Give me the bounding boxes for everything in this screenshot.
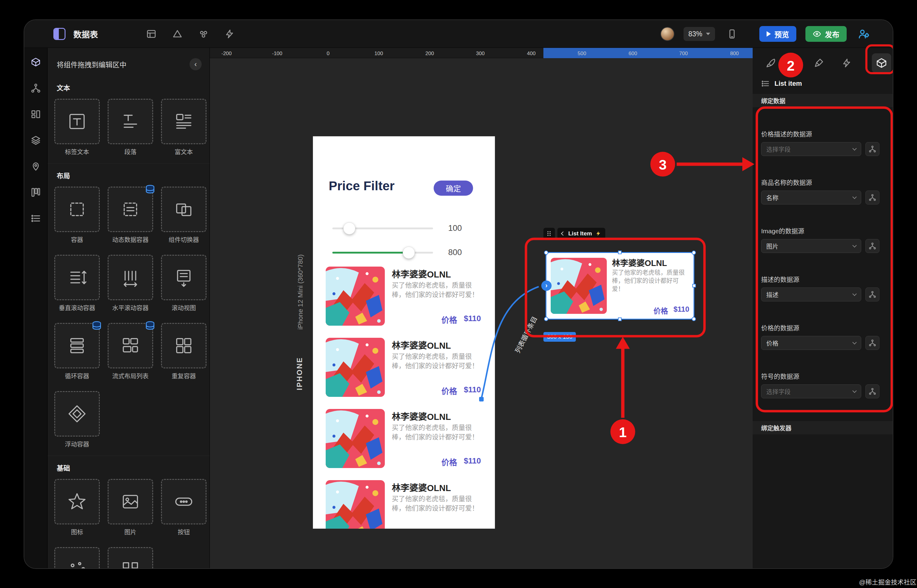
selected-price-value[interactable]: $110: [674, 305, 689, 316]
container-icon: [66, 199, 87, 220]
symbol-source-select[interactable]: 选择字段: [761, 384, 861, 398]
price-value: $110: [464, 314, 481, 325]
publish-button[interactable]: 发布: [805, 26, 847, 42]
component-tile-scroll-view[interactable]: 滚动视图: [161, 255, 206, 312]
product-card[interactable]: 林李婆婆OLNL 买了他家的老虎毯，质量很棒，他们家的设计都好可爱！ 价格$11…: [326, 338, 482, 397]
sheet-table-icon[interactable]: [143, 26, 159, 42]
component-tile-dynamic-data-container[interactable]: 动态数据容器: [108, 187, 153, 244]
component-tile-rich-text[interactable]: 富文本: [161, 99, 206, 156]
drag-handle-icon[interactable]: [543, 228, 555, 239]
paragraph-icon: [120, 111, 141, 132]
component-tile-container[interactable]: 容器: [54, 187, 100, 244]
selected-item-breadcrumb[interactable]: List Item: [557, 228, 605, 239]
resize-handle[interactable]: [692, 317, 696, 321]
slider-max-handle[interactable]: [403, 247, 415, 259]
device-size-label: iPhone 12 Mini (360*780): [296, 212, 305, 330]
field-symbol-source: 符号的数据源 选择字段: [761, 372, 886, 398]
user-avatar[interactable]: [661, 27, 674, 41]
selected-item-image[interactable]: [551, 258, 607, 314]
confirm-button[interactable]: 确定: [434, 181, 473, 196]
component-tile-flow-list[interactable]: 流式布局列表: [108, 323, 153, 380]
h-scroll-container-icon: [120, 267, 141, 288]
component-tile-component-switcher[interactable]: 组件切换器: [161, 187, 206, 244]
component-tile-paragraph[interactable]: 段落: [108, 99, 153, 156]
layout-blocks-icon[interactable]: [31, 109, 41, 120]
pin-icon[interactable]: [31, 161, 41, 171]
component-tile-icon[interactable]: 图标: [54, 479, 100, 536]
account-settings-icon[interactable]: [856, 26, 872, 42]
selection-size-label: 300 x 130: [543, 332, 576, 342]
resize-handle[interactable]: [692, 284, 696, 288]
resize-handle[interactable]: [544, 250, 548, 255]
component-tile-float-container[interactable]: 浮动容器: [54, 391, 100, 448]
bind-flow-button[interactable]: [865, 191, 880, 205]
selected-list-item[interactable]: 林李婆婆OLNL 买了他家的老虎毯，质量很棒，他们家的设计都好可爱！ 价格$11…: [546, 253, 693, 319]
component-tile-image[interactable]: 图片: [108, 479, 153, 536]
ruler-tick: 0: [327, 50, 329, 57]
selected-item-title[interactable]: 林李婆婆OLNL: [612, 257, 667, 268]
play-icon: [766, 31, 771, 37]
zap-icon[interactable]: [222, 26, 237, 42]
chevron-down-icon: [852, 340, 857, 344]
component-tile-repeat-container[interactable]: 重复容器: [161, 323, 206, 380]
database-badge-icon: [144, 184, 156, 195]
bind-flow-button[interactable]: [865, 384, 880, 398]
price-source-select[interactable]: 价格: [761, 336, 861, 350]
left-icon-strip: [24, 48, 48, 568]
resize-handle[interactable]: [618, 250, 622, 254]
component-tile-loop-container[interactable]: 循环容器: [54, 323, 100, 380]
bind-flow-button[interactable]: [865, 336, 880, 350]
watermark: @稀土掘金技术社区: [859, 577, 916, 586]
tree-icon[interactable]: [31, 83, 41, 93]
price-desc-source-select[interactable]: 选择字段: [761, 142, 861, 156]
binding-node-icon[interactable]: ›: [541, 281, 552, 291]
bind-flow-button[interactable]: [865, 142, 880, 156]
resize-handle[interactable]: [544, 317, 548, 321]
collapse-panel-button[interactable]: ‹: [190, 58, 202, 70]
ruler: -200 -100 0 100 200 300 400 500 600 700 …: [210, 48, 753, 58]
product-card[interactable]: 林李婆婆OLNL 买了他家的老虎毯，质量很棒，他们家的设计都好可爱！ 价格$11…: [326, 409, 482, 468]
bind-flow-button[interactable]: [865, 239, 880, 253]
prism-icon[interactable]: [170, 26, 185, 42]
widgets-icon[interactable]: [31, 57, 41, 67]
product-name-source-select[interactable]: 名称: [761, 191, 861, 205]
price-label: 价格: [442, 456, 457, 467]
component-tile-label-text[interactable]: 标签文本: [54, 99, 100, 156]
app-logo-icon[interactable]: [53, 28, 65, 40]
desc-source-select[interactable]: 描述: [761, 288, 861, 301]
selected-price-label[interactable]: 价格: [653, 305, 668, 316]
data-binding-tab[interactable]: [872, 53, 891, 73]
section-title-text: 文本: [48, 76, 209, 94]
image-source-select[interactable]: 图片: [761, 239, 861, 253]
selected-item-desc[interactable]: 买了他家的老虎毯，质量很棒，他们家的设计都好可爱！: [612, 269, 689, 293]
phone-artboard[interactable]: Price Filter 确定 100 800 林李婆婆OLNL 买了他家的老虎…: [313, 136, 495, 528]
ruler-tick: 100: [374, 50, 383, 57]
preview-button[interactable]: 预览: [759, 26, 796, 42]
component-tile-h-scroll[interactable]: 水平滚动容器: [108, 255, 153, 312]
board-icon[interactable]: [31, 187, 41, 197]
product-card[interactable]: 林李婆婆OLNL 买了他家的老虎毯，质量很棒，他们家的设计都好可爱！ 价格$11…: [326, 480, 482, 528]
style-brush-icon[interactable]: [764, 57, 778, 69]
resize-handle[interactable]: [618, 317, 622, 321]
list-icon[interactable]: [31, 213, 41, 224]
dots-cluster-icon[interactable]: [196, 26, 211, 42]
pen-icon[interactable]: [812, 57, 825, 69]
canvas[interactable]: -200 -100 0 100 200 300 400 500 600 700 …: [210, 48, 753, 568]
component-tile-v-scroll[interactable]: 垂直滚动容器: [54, 255, 100, 312]
resize-handle[interactable]: [692, 250, 696, 255]
layers-icon[interactable]: [31, 135, 41, 145]
star-icon: [66, 491, 87, 512]
component-tile-button[interactable]: 按钮: [161, 479, 206, 536]
product-card[interactable]: 林李婆婆OLNL 买了他家的老虎毯，质量很棒，他们家的设计都好可爱！ 价格$11…: [326, 267, 482, 326]
label-text-icon: [66, 111, 87, 132]
bind-flow-button[interactable]: [865, 288, 880, 301]
zoom-value: 83%: [689, 30, 702, 38]
component-tile-partial-1[interactable]: [54, 547, 100, 568]
topbar: 数据表 83% 预览: [24, 20, 893, 48]
component-tile-partial-2[interactable]: [108, 547, 153, 568]
device-phone-icon[interactable]: [724, 26, 740, 42]
slider-min-handle[interactable]: [343, 222, 355, 234]
interaction-zap-icon[interactable]: [840, 57, 853, 69]
zap-icon[interactable]: [596, 230, 601, 237]
zoom-dropdown[interactable]: 83%: [684, 27, 715, 41]
